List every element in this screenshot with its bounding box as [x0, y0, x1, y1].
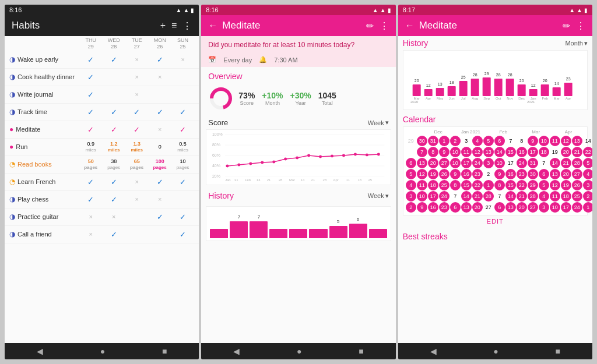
cal2-6: 11: [461, 147, 472, 157]
svg-text:Aug: Aug: [472, 97, 478, 100]
back-nav-1[interactable]: ◀: [37, 347, 43, 356]
cal-29: 29: [406, 136, 416, 146]
svg-text:14: 14: [554, 82, 559, 86]
svg-rect-43: [424, 89, 432, 96]
bar-1: [210, 229, 228, 239]
svg-text:Apr: Apr: [333, 178, 339, 182]
wifi-icon-3: ▲: [577, 7, 582, 13]
recents-nav-2[interactable]: ■: [359, 347, 363, 356]
history-title-3: History: [403, 38, 429, 48]
home-nav-3[interactable]: ●: [493, 347, 498, 356]
habit-row-journal[interactable]: ◑ Write journal ✓ ×: [5, 86, 199, 104]
svg-text:40%: 40%: [212, 164, 220, 168]
svg-text:11: 11: [346, 178, 350, 182]
more-button-2[interactable]: ⋮: [380, 20, 389, 31]
calendar-title: Calendar: [403, 112, 588, 126]
call-name: Call a friend: [17, 231, 52, 238]
svg-rect-53: [482, 77, 490, 96]
habit-row-run[interactable]: ● Run 0.9miles 1.2miles 1.3miles 0 0.5mi…: [5, 139, 199, 156]
svg-text:Jan: Jan: [225, 178, 231, 182]
meditate-check-1: ✓: [79, 125, 102, 134]
screen2-meditate: 8:16 ▲ ▲ ▮ ← Meditate ✏ ⋮ Did you medita…: [201, 5, 395, 359]
edit-button-2[interactable]: ✏: [366, 20, 374, 31]
more-button-3[interactable]: ⋮: [576, 20, 585, 31]
history-week-dropdown[interactable]: Week ▾: [368, 192, 389, 200]
home-nav-1[interactable]: ●: [100, 347, 105, 356]
chess-check-2: ✓: [102, 195, 125, 204]
svg-text:Oct: Oct: [496, 97, 501, 100]
habit-row-meditate[interactable]: ● Meditate ✓ ✓ ✓ × ✓: [5, 121, 199, 139]
cal6-13: 4: [539, 191, 549, 202]
cal2-3: 8: [428, 147, 438, 157]
svg-text:20: 20: [414, 79, 419, 83]
cal3-13: 7: [539, 158, 549, 168]
more-options-button[interactable]: ⋮: [182, 20, 192, 31]
cal6-6: 14: [461, 191, 472, 202]
habit-row-wakeup[interactable]: ◑ Wake up early ✓ ✓ × ✓ ×: [5, 51, 199, 69]
meditate-title-3: Meditate: [419, 20, 563, 31]
svg-rect-45: [436, 88, 444, 96]
calendar-grid-area: Dec Jan 2021 Feb Mar Apr 29 30 31: [403, 126, 588, 215]
week-dropdown[interactable]: Week ▾: [368, 119, 389, 126]
cal3-17: 5: [583, 158, 592, 168]
cal-1: 1: [439, 136, 449, 146]
back-button-2[interactable]: ←: [208, 20, 217, 31]
habit-row-track[interactable]: ◑ Track time ✓ ✓ ✓ ✓ ✓: [5, 104, 199, 121]
habit-row-french[interactable]: ◔ Learn French ✓ ✓ × ✓ ✓: [5, 174, 199, 191]
back-button-3[interactable]: ←: [405, 20, 415, 31]
reminder-banner: Did you meditate for at least 10 minutes…: [201, 36, 395, 54]
svg-text:Jun: Jun: [448, 97, 454, 100]
cal4-1: 5: [406, 169, 416, 179]
cal6-11: 21: [517, 191, 527, 202]
add-habit-button[interactable]: +: [160, 20, 166, 31]
cal4-8: 2: [483, 169, 494, 179]
svg-text:20%: 20%: [212, 174, 220, 178]
battery-icon-3: ▮: [584, 7, 588, 13]
bar-7: 5: [329, 226, 347, 238]
read-val-1: 50pages: [79, 158, 102, 170]
call-check-1: ×: [79, 231, 102, 238]
svg-point-18: [296, 156, 299, 159]
cal6-8: 28: [483, 191, 494, 202]
nav-bar-2: ◀ ● ■: [201, 343, 395, 359]
habit-row-read[interactable]: ◔ Read books 50pages 38pages 65pages 100…: [5, 156, 199, 174]
recents-nav-1[interactable]: ■: [162, 347, 167, 356]
edit-button-3[interactable]: ✏: [563, 20, 570, 31]
svg-text:Feb: Feb: [245, 178, 251, 182]
filter-button[interactable]: ≡: [171, 20, 177, 31]
donut-chart: [208, 86, 234, 111]
svg-rect-49: [459, 81, 467, 96]
score-title: Score: [208, 118, 228, 127]
cal-14: 14: [583, 136, 592, 146]
cook-name: Cook healthy dinner: [17, 73, 75, 80]
cook-check-3: ×: [125, 73, 148, 80]
habit-row-guitar[interactable]: ◑ Practice guitar × × ✓ ✓: [5, 208, 199, 226]
svg-text:28: 28: [507, 73, 512, 77]
svg-text:Apr: Apr: [566, 97, 571, 100]
habit-label-guitar: ◑ Practice guitar: [9, 213, 79, 221]
run-val-3: 1.3miles: [125, 141, 148, 153]
cal-row-4: 5 12 19 26 9 16 23 2 9 16 23 30: [406, 169, 592, 179]
history-week-label: Week: [368, 192, 384, 199]
recents-nav-3[interactable]: ■: [556, 347, 560, 356]
day-tue: TUE27: [125, 37, 148, 50]
cal5-5: 8: [450, 180, 461, 190]
svg-point-25: [377, 153, 380, 156]
edit-button[interactable]: EDIT: [403, 215, 588, 227]
habit-row-chess[interactable]: ◑ Play chess ✓ ✓ × ×: [5, 191, 199, 208]
cal6-14: 11: [550, 191, 560, 202]
svg-text:14: 14: [257, 178, 261, 182]
month-dropdown[interactable]: Month ▾: [565, 40, 588, 47]
app-bar-1: Habits + ≡ ⋮: [5, 15, 199, 36]
run-val-5: 0.5miles: [171, 141, 194, 153]
status-time-1: 8:16: [9, 6, 22, 13]
home-nav-2[interactable]: ●: [297, 347, 301, 356]
score-header: Score Week ▾: [201, 116, 395, 129]
svg-point-15: [261, 161, 264, 164]
habit-row-cook[interactable]: ◑ Cook healthy dinner ✓ × ×: [5, 69, 199, 86]
habit-row-call[interactable]: ◑ Call a friend × ✓ ✓: [5, 226, 199, 243]
cal4-16: 27: [572, 169, 582, 179]
status-icons-3: ▲ ▲ ▮: [569, 7, 588, 13]
back-nav-3[interactable]: ◀: [430, 347, 437, 356]
back-nav-2[interactable]: ◀: [233, 347, 240, 356]
